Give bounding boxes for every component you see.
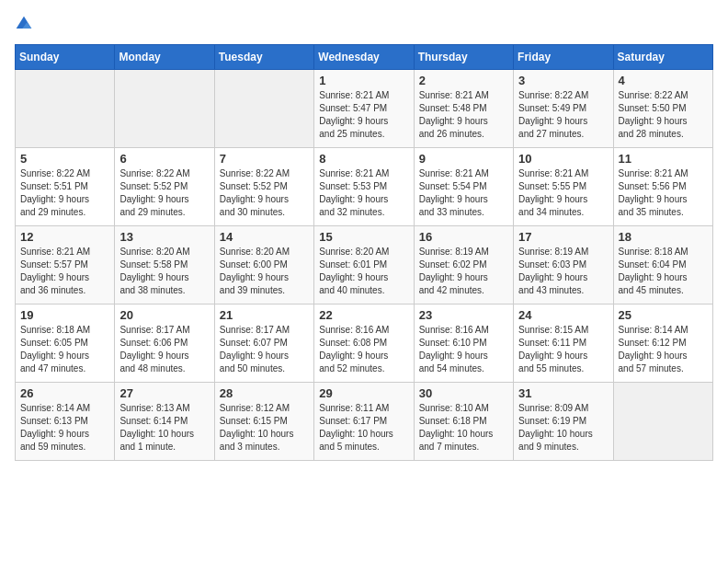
weekday-header-tuesday: Tuesday [214, 45, 313, 70]
day-info: Sunrise: 8:20 AM Sunset: 6:00 PM Dayligh… [220, 246, 309, 297]
calendar-cell: 31Sunrise: 8:09 AM Sunset: 6:19 PM Dayli… [514, 383, 613, 461]
day-info: Sunrise: 8:22 AM Sunset: 5:52 PM Dayligh… [119, 167, 209, 219]
day-number: 24 [518, 308, 608, 322]
calendar-cell [115, 70, 214, 148]
calendar-cell: 25Sunrise: 8:14 AM Sunset: 6:12 PM Dayli… [613, 304, 712, 383]
calendar-cell: 13Sunrise: 8:20 AM Sunset: 5:58 PM Dayli… [115, 226, 214, 304]
day-info: Sunrise: 8:17 AM Sunset: 6:07 PM Dayligh… [220, 324, 309, 375]
calendar-cell: 18Sunrise: 8:18 AM Sunset: 6:04 PM Dayli… [613, 226, 712, 304]
calendar-cell: 11Sunrise: 8:21 AM Sunset: 5:56 PM Dayli… [613, 148, 712, 226]
calendar-cell: 4Sunrise: 8:22 AM Sunset: 5:50 PM Daylig… [613, 70, 712, 148]
day-number: 3 [518, 74, 608, 87]
calendar-cell: 19Sunrise: 8:18 AM Sunset: 6:05 PM Dayli… [16, 304, 115, 383]
day-info: Sunrise: 8:21 AM Sunset: 5:55 PM Dayligh… [518, 167, 608, 219]
calendar-week-row: 26Sunrise: 8:14 AM Sunset: 6:13 PM Dayli… [16, 383, 713, 461]
day-number: 16 [419, 230, 508, 244]
day-info: Sunrise: 8:12 AM Sunset: 6:15 PM Dayligh… [220, 402, 309, 454]
day-number: 5 [20, 152, 109, 166]
calendar-cell: 14Sunrise: 8:20 AM Sunset: 6:00 PM Dayli… [214, 226, 313, 304]
weekday-header-friday: Friday [514, 45, 613, 70]
calendar-cell: 8Sunrise: 8:21 AM Sunset: 5:53 PM Daylig… [314, 148, 414, 226]
calendar-cell: 15Sunrise: 8:20 AM Sunset: 6:01 PM Dayli… [314, 226, 414, 304]
calendar-cell: 10Sunrise: 8:21 AM Sunset: 5:55 PM Dayli… [514, 148, 613, 226]
day-number: 17 [518, 230, 608, 244]
day-info: Sunrise: 8:14 AM Sunset: 6:13 PM Dayligh… [20, 402, 109, 454]
day-info: Sunrise: 8:21 AM Sunset: 5:53 PM Dayligh… [319, 167, 408, 219]
day-number: 13 [119, 230, 209, 244]
weekday-header-thursday: Thursday [414, 45, 513, 70]
calendar-cell: 26Sunrise: 8:14 AM Sunset: 6:13 PM Dayli… [16, 383, 115, 461]
calendar-cell: 21Sunrise: 8:17 AM Sunset: 6:07 PM Dayli… [214, 304, 313, 383]
day-number: 19 [20, 308, 109, 322]
day-info: Sunrise: 8:22 AM Sunset: 5:49 PM Dayligh… [518, 89, 608, 141]
calendar-week-row: 1Sunrise: 8:21 AM Sunset: 5:47 PM Daylig… [16, 70, 713, 148]
calendar-week-row: 5Sunrise: 8:22 AM Sunset: 5:51 PM Daylig… [16, 148, 713, 226]
calendar-cell [16, 70, 115, 148]
day-info: Sunrise: 8:10 AM Sunset: 6:18 PM Dayligh… [419, 402, 508, 454]
day-number: 14 [220, 230, 309, 244]
calendar-cell: 6Sunrise: 8:22 AM Sunset: 5:52 PM Daylig… [115, 148, 214, 226]
day-info: Sunrise: 8:20 AM Sunset: 5:58 PM Dayligh… [119, 246, 209, 297]
calendar-cell: 12Sunrise: 8:21 AM Sunset: 5:57 PM Dayli… [16, 226, 115, 304]
calendar-cell: 9Sunrise: 8:21 AM Sunset: 5:54 PM Daylig… [414, 148, 513, 226]
calendar-cell: 22Sunrise: 8:16 AM Sunset: 6:08 PM Dayli… [314, 304, 414, 383]
day-info: Sunrise: 8:09 AM Sunset: 6:19 PM Dayligh… [518, 402, 608, 454]
day-info: Sunrise: 8:22 AM Sunset: 5:50 PM Dayligh… [619, 89, 708, 141]
calendar-cell: 7Sunrise: 8:22 AM Sunset: 5:52 PM Daylig… [214, 148, 313, 226]
day-number: 31 [518, 386, 608, 400]
day-number: 28 [220, 386, 309, 400]
day-number: 30 [419, 386, 508, 400]
day-info: Sunrise: 8:18 AM Sunset: 6:04 PM Dayligh… [619, 246, 708, 297]
weekday-header-saturday: Saturday [613, 45, 712, 70]
calendar-cell [214, 70, 313, 148]
day-number: 2 [419, 74, 508, 87]
calendar-cell: 16Sunrise: 8:19 AM Sunset: 6:02 PM Dayli… [414, 226, 513, 304]
logo [15, 15, 37, 33]
calendar-cell: 17Sunrise: 8:19 AM Sunset: 6:03 PM Dayli… [514, 226, 613, 304]
weekday-header-monday: Monday [115, 45, 214, 70]
day-info: Sunrise: 8:21 AM Sunset: 5:48 PM Dayligh… [419, 89, 508, 141]
day-number: 11 [619, 152, 708, 166]
calendar-cell: 29Sunrise: 8:11 AM Sunset: 6:17 PM Dayli… [314, 383, 414, 461]
day-info: Sunrise: 8:16 AM Sunset: 6:10 PM Dayligh… [419, 324, 508, 375]
day-info: Sunrise: 8:19 AM Sunset: 6:03 PM Dayligh… [518, 246, 608, 297]
logo-icon [15, 15, 33, 33]
day-number: 26 [20, 386, 109, 400]
calendar-table: SundayMondayTuesdayWednesdayThursdayFrid… [15, 44, 713, 461]
day-number: 9 [419, 152, 508, 166]
day-info: Sunrise: 8:21 AM Sunset: 5:57 PM Dayligh… [20, 246, 109, 297]
page-header [15, 15, 713, 33]
day-number: 7 [220, 152, 309, 166]
day-number: 8 [319, 152, 408, 166]
calendar-cell: 30Sunrise: 8:10 AM Sunset: 6:18 PM Dayli… [414, 383, 513, 461]
calendar-cell: 2Sunrise: 8:21 AM Sunset: 5:48 PM Daylig… [414, 70, 513, 148]
day-info: Sunrise: 8:21 AM Sunset: 5:54 PM Dayligh… [419, 167, 508, 219]
calendar-cell: 20Sunrise: 8:17 AM Sunset: 6:06 PM Dayli… [115, 304, 214, 383]
day-info: Sunrise: 8:15 AM Sunset: 6:11 PM Dayligh… [518, 324, 608, 375]
calendar-week-row: 19Sunrise: 8:18 AM Sunset: 6:05 PM Dayli… [16, 304, 713, 383]
day-number: 29 [319, 386, 408, 400]
day-info: Sunrise: 8:19 AM Sunset: 6:02 PM Dayligh… [419, 246, 508, 297]
day-info: Sunrise: 8:21 AM Sunset: 5:47 PM Dayligh… [319, 89, 408, 141]
day-number: 12 [20, 230, 109, 244]
day-info: Sunrise: 8:22 AM Sunset: 5:52 PM Dayligh… [220, 167, 309, 219]
weekday-header-wednesday: Wednesday [314, 45, 414, 70]
calendar-cell: 28Sunrise: 8:12 AM Sunset: 6:15 PM Dayli… [214, 383, 313, 461]
day-info: Sunrise: 8:22 AM Sunset: 5:51 PM Dayligh… [20, 167, 109, 219]
day-number: 15 [319, 230, 408, 244]
day-info: Sunrise: 8:16 AM Sunset: 6:08 PM Dayligh… [319, 324, 408, 375]
weekday-header-row: SundayMondayTuesdayWednesdayThursdayFrid… [16, 45, 713, 70]
day-number: 18 [619, 230, 708, 244]
weekday-header-sunday: Sunday [16, 45, 115, 70]
day-info: Sunrise: 8:14 AM Sunset: 6:12 PM Dayligh… [619, 324, 708, 375]
day-number: 6 [119, 152, 209, 166]
day-number: 22 [319, 308, 408, 322]
calendar-cell: 3Sunrise: 8:22 AM Sunset: 5:49 PM Daylig… [514, 70, 613, 148]
day-number: 10 [518, 152, 608, 166]
calendar-cell: 24Sunrise: 8:15 AM Sunset: 6:11 PM Dayli… [514, 304, 613, 383]
calendar-cell: 1Sunrise: 8:21 AM Sunset: 5:47 PM Daylig… [314, 70, 414, 148]
calendar-cell: 23Sunrise: 8:16 AM Sunset: 6:10 PM Dayli… [414, 304, 513, 383]
day-info: Sunrise: 8:18 AM Sunset: 6:05 PM Dayligh… [20, 324, 109, 375]
day-number: 4 [619, 74, 708, 87]
day-number: 21 [220, 308, 309, 322]
